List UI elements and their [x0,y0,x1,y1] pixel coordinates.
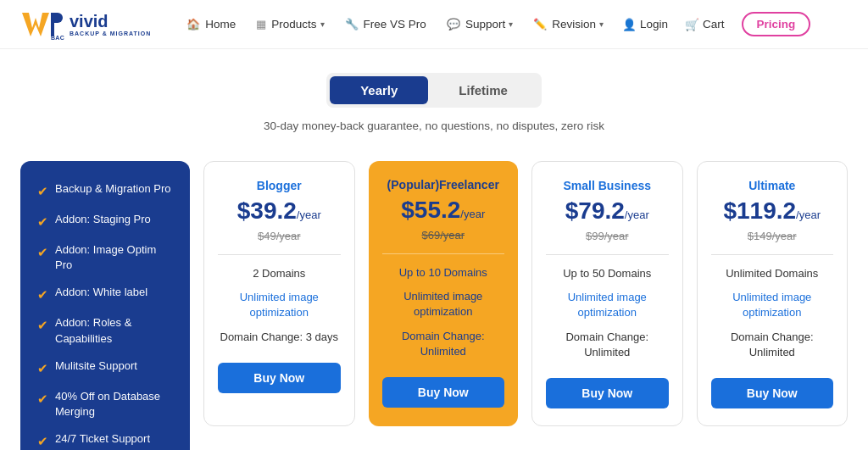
check-icon-2: ✔ [37,213,48,231]
revision-chevron: ▾ [599,19,604,29]
main-nav: 🏠 Home ▦ Products ▾ 🔧 Free VS Pro 💬 Supp… [178,12,848,36]
check-icon-7: ✔ [37,390,48,408]
plan-blogger-buy-btn[interactable]: Buy Now [218,363,341,393]
plan-ultimate-price-value: $119.2 [723,197,796,224]
plan-small-business-per: /year [625,208,649,221]
plan-small-business-domain-change: Domain Change: Unlimited [546,330,669,360]
features-card: ✔ Backup & Migration Pro ✔ Addon: Stagin… [20,161,190,450]
plan-freelancer-buy-btn[interactable]: Buy Now [382,377,505,408]
plan-ultimate-price: $119.2/year [723,199,821,223]
plan-freelancer-price-value: $55.2 [401,197,460,223]
plan-ultimate-name: Ultimate [748,179,795,192]
check-icon-8: ✔ [37,432,48,450]
feature-label-7: 40% Off on Database Merging [55,389,173,419]
feature-label-1: Backup & Migration Pro [55,181,171,197]
pricing-section: ✔ Backup & Migration Pro ✔ Addon: Stagin… [0,144,868,450]
cart-icon: 🛒 [685,18,699,31]
nav-login-label: Login [640,18,668,31]
feature-label-6: Mulitsite Support [55,358,137,374]
plan-freelancer-name: (Popular)Freelancer [387,178,499,192]
revision-icon: ✏️ [533,18,547,31]
pricing-button[interactable]: Pricing [742,12,811,36]
check-icon-5: ✔ [37,316,48,334]
plan-blogger-price-value: $39.2 [237,197,297,224]
plan-ultimate-domains: Unlimited Domains [726,266,818,281]
plan-blogger-price: $39.2/year [237,199,321,223]
support-icon: 💬 [447,18,460,31]
plan-blogger-domain-change: Domain Change: 3 days [220,330,338,345]
billing-toggle-section: Yearly Lifetime 30-day money-back guaran… [0,49,868,144]
plan-small-business-domains: Up to 50 Domains [563,266,651,281]
feature-item: ✔ Addon: Image Optim Pro [37,242,173,273]
plan-freelancer-domain-change: Domain Change: Unlimited [382,329,505,359]
nav-home[interactable]: 🏠 Home [178,13,244,36]
plan-ultimate-per: /year [796,208,821,221]
feature-label-4: Addon: White label [55,285,147,300]
brand-name: vivid [70,12,151,31]
feature-item: ✔ 40% Off on Database Merging [37,389,173,419]
plan-blogger-name: Blogger [257,179,302,192]
plan-freelancer: (Popular)Freelancer $55.2/year $69/year … [369,161,519,426]
brand-sub: BACKUP & MIGRATION [70,31,151,36]
lifetime-toggle-btn[interactable]: Lifetime [428,76,538,104]
nav-revision[interactable]: ✏️ Revision ▾ [525,13,612,36]
nav-cart-label: Cart [703,18,725,31]
nav-cart[interactable]: 🛒 Cart [678,13,732,36]
plan-small-business-old-price: $99/year [586,230,629,242]
svg-marker-0 [22,13,49,36]
plan-ultimate-old-price: $149/year [748,230,797,242]
plan-small-business-divider [546,254,669,255]
check-icon-4: ✔ [37,286,48,303]
feature-item: ✔ Addon: White label [37,285,173,303]
free-vs-pro-icon: 🔧 [345,18,359,31]
plan-small-business-name: Small Business [564,179,652,192]
plan-small-business-buy-btn[interactable]: Buy Now [546,378,669,408]
header: BACKUP & MIGRATION vivid BACKUP & MIGRAT… [0,0,868,49]
support-chevron: ▾ [509,19,513,29]
nav-products-label: Products [271,18,316,31]
plan-blogger-image-opt: Unlimited image optimization [218,290,341,320]
plan-freelancer-old-price: $69/year [421,229,465,242]
check-icon-1: ✔ [37,182,48,200]
feature-item: ✔ Addon: Roles & Capabilities [37,315,173,346]
feature-label-2: Addon: Staging Pro [55,212,151,227]
nav-revision-label: Revision [552,18,596,31]
nav-login[interactable]: 👤 Login [615,13,675,36]
plan-small-business: Small Business $79.2/year $99/year Up to… [531,161,683,426]
nav-free-vs-pro-label: Free VS Pro [364,18,426,31]
nav-free-vs-pro[interactable]: 🔧 Free VS Pro [337,13,435,36]
logo[interactable]: BACKUP & MIGRATION vivid BACKUP & MIGRAT… [20,8,151,42]
plan-blogger-divider [218,254,341,255]
plan-blogger-domains: 2 Domains [253,266,305,281]
feature-label-5: Addon: Roles & Capabilities [55,315,173,346]
products-chevron: ▾ [320,19,325,29]
check-icon-3: ✔ [37,243,48,261]
plan-ultimate-buy-btn[interactable]: Buy Now [711,378,834,408]
plan-freelancer-domains: Up to 10 Domains [399,265,487,281]
plan-small-business-price-value: $79.2 [565,197,625,224]
plans-area: Blogger $39.2/year $49/year 2 Domains Un… [203,161,848,426]
plan-ultimate-image-opt: Unlimited image optimization [711,290,834,320]
login-icon: 👤 [622,18,637,31]
check-icon-6: ✔ [37,359,48,377]
billing-toggle: Yearly Lifetime [326,73,542,108]
nav-products[interactable]: ▦ Products ▾ [248,13,332,36]
plan-ultimate-domain-change: Domain Change: Unlimited [711,330,834,360]
feature-item: ✔ 24/7 Ticket Support [37,431,173,450]
plan-small-business-price: $79.2/year [565,199,649,223]
home-icon: 🏠 [186,18,200,31]
plan-small-business-image-opt: Unlimited image optimization [546,290,669,320]
products-icon: ▦ [256,18,266,31]
svg-text:BACKUP & MIGRATION: BACKUP & MIGRATION [51,35,64,41]
plan-freelancer-divider [382,253,505,254]
nav-support[interactable]: 💬 Support ▾ [438,13,521,36]
plan-blogger-old-price: $49/year [258,230,301,242]
plan-ultimate: Ultimate $119.2/year $149/year Unlimited… [697,161,849,426]
yearly-toggle-btn[interactable]: Yearly [330,76,428,104]
plan-ultimate-divider [711,254,834,255]
guarantee-text: 30-day money-back guarantee, no question… [0,119,868,132]
plan-blogger: Blogger $39.2/year $49/year 2 Domains Un… [203,161,355,426]
feature-item: ✔ Mulitsite Support [37,358,173,377]
plan-freelancer-price: $55.2/year [401,198,485,222]
plan-blogger-per: /year [297,208,321,221]
